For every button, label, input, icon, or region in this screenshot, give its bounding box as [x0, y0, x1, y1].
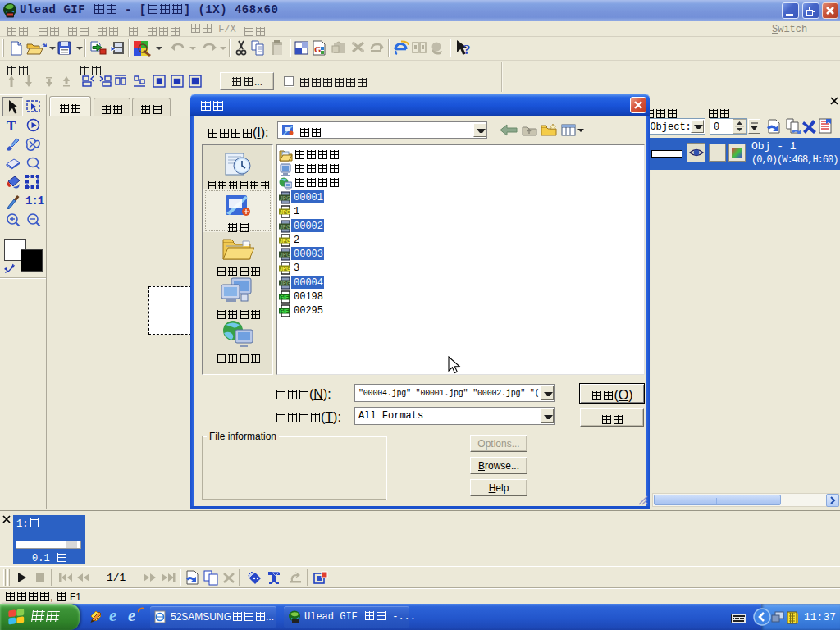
svg-text:T: T: [7, 118, 16, 132]
svg-text:GIF: GIF: [280, 294, 289, 300]
svg-text:JPG: JPG: [280, 209, 290, 215]
svg-text:JPG: JPG: [280, 224, 290, 230]
svg-text:JPG: JPG: [280, 238, 290, 244]
svg-text:G: G: [314, 44, 322, 54]
svg-text:JPG: JPG: [280, 195, 290, 201]
svg-text:JPG: JPG: [280, 266, 290, 272]
svg-text:?: ?: [463, 42, 471, 57]
svg-text:JPG: JPG: [280, 281, 290, 286]
svg-text:GIF: GIF: [280, 308, 289, 314]
svg-text:JPG: JPG: [280, 252, 290, 258]
